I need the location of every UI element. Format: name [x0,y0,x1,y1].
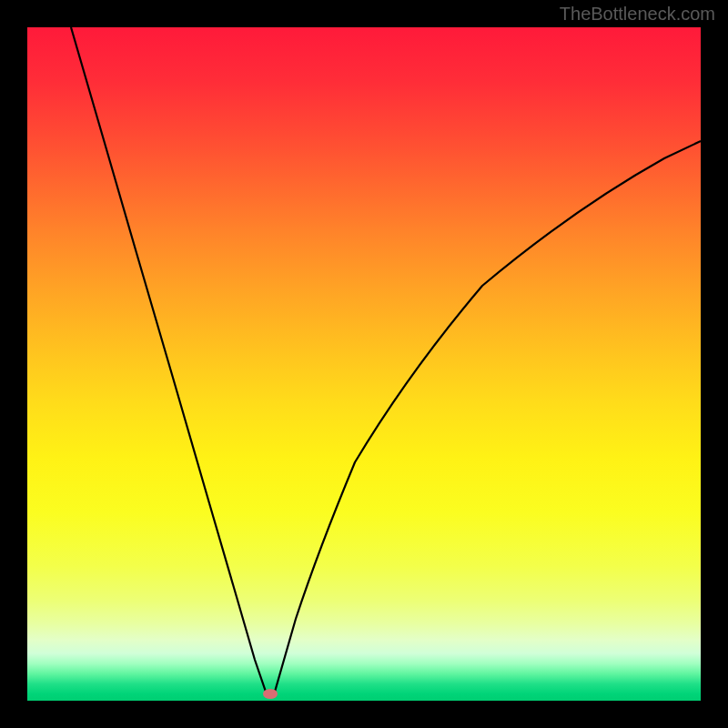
curve-svg [27,27,701,701]
chart-plot-area [27,27,701,701]
bottleneck-curve [71,27,701,696]
attribution-text: TheBottleneck.com [560,4,715,25]
optimum-marker [263,689,278,699]
